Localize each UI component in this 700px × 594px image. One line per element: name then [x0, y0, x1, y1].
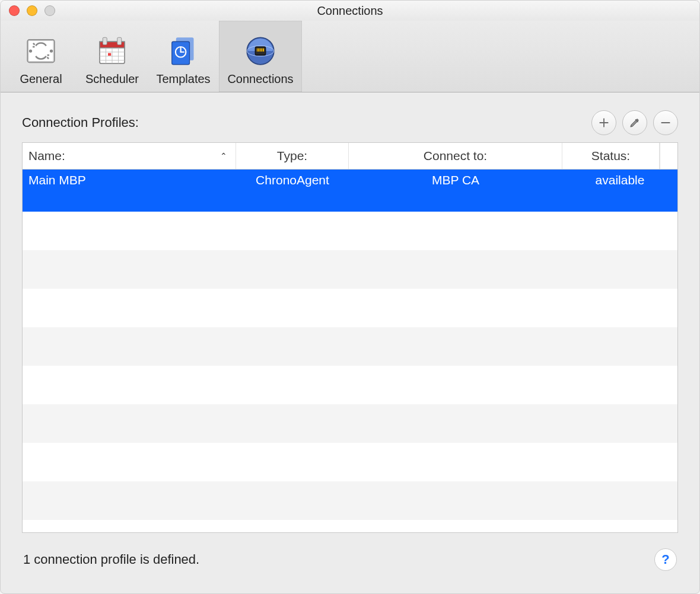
- table-row-empty: [23, 212, 677, 250]
- edit-profile-button[interactable]: [622, 110, 647, 135]
- connections-icon: [243, 33, 278, 69]
- svg-rect-6: [103, 37, 107, 44]
- titlebar[interactable]: Connections: [1, 1, 699, 21]
- column-header-status[interactable]: Status:: [562, 143, 660, 169]
- add-profile-button[interactable]: [591, 110, 616, 135]
- svg-rect-16: [172, 41, 190, 65]
- section-title: Connection Profiles:: [22, 115, 139, 130]
- table-header: Name: ⌃ Type: Connect to: Status:: [23, 143, 677, 170]
- tab-label: Templates: [156, 72, 210, 86]
- table-row-empty: [23, 481, 677, 520]
- table-row[interactable]: Main MBP ChronoAgent MBP CA available: [23, 170, 677, 212]
- status-text: 1 connection profile is defined.: [23, 552, 199, 567]
- remove-profile-button[interactable]: [653, 110, 678, 135]
- table-row-empty: [23, 250, 677, 289]
- zoom-window-button: [44, 5, 55, 16]
- table-body[interactable]: Main MBP ChronoAgent MBP CA available: [23, 170, 677, 532]
- cell-status: available: [562, 173, 677, 187]
- column-scroll-gutter: [660, 143, 677, 169]
- general-icon: [23, 33, 59, 69]
- pencil-icon: [629, 117, 641, 129]
- minus-icon: [660, 117, 672, 129]
- table-row-empty: [23, 443, 677, 481]
- column-header-type[interactable]: Type:: [236, 143, 349, 169]
- cell-type: ChronoAgent: [236, 173, 349, 187]
- plus-icon: [598, 117, 610, 129]
- preferences-toolbar: General: [1, 21, 699, 92]
- column-header-name[interactable]: Name: ⌃: [23, 143, 236, 169]
- table-row-empty: [23, 366, 677, 404]
- svg-rect-7: [117, 37, 122, 44]
- scheduler-icon: [94, 33, 130, 69]
- table-row-empty: [23, 404, 677, 443]
- tab-general[interactable]: General: [5, 21, 77, 92]
- svg-point-2: [29, 49, 32, 52]
- column-header-connect-to[interactable]: Connect to:: [349, 143, 562, 169]
- profiles-table: Name: ⌃ Type: Connect to: Status: Main M…: [22, 142, 678, 533]
- footer: 1 connection profile is defined. ?: [22, 545, 678, 582]
- close-window-button[interactable]: [9, 5, 20, 16]
- preferences-window: Connections General: [0, 0, 700, 594]
- table-row-empty: [23, 289, 677, 327]
- cell-connect-to: MBP CA: [349, 173, 562, 187]
- sort-ascending-icon: ⌃: [220, 151, 227, 161]
- content-pane: Connection Profiles: Name: ⌃: [1, 92, 699, 593]
- help-button[interactable]: ?: [654, 548, 677, 571]
- tab-connections[interactable]: Connections: [219, 21, 302, 92]
- help-icon: ?: [661, 552, 669, 567]
- table-row-empty: [23, 327, 677, 366]
- tab-templates[interactable]: Templates: [148, 21, 219, 92]
- window-controls: [9, 5, 55, 16]
- minimize-window-button[interactable]: [27, 5, 37, 16]
- svg-rect-14: [108, 53, 111, 56]
- tab-label: Scheduler: [85, 72, 139, 86]
- cell-name: Main MBP: [23, 173, 236, 187]
- tab-label: General: [20, 72, 62, 86]
- tab-label: Connections: [227, 72, 293, 86]
- profile-action-buttons: [591, 110, 678, 135]
- templates-icon: [166, 33, 201, 69]
- svg-point-3: [50, 49, 53, 52]
- tab-scheduler[interactable]: Scheduler: [77, 21, 148, 92]
- window-title: Connections: [317, 4, 383, 18]
